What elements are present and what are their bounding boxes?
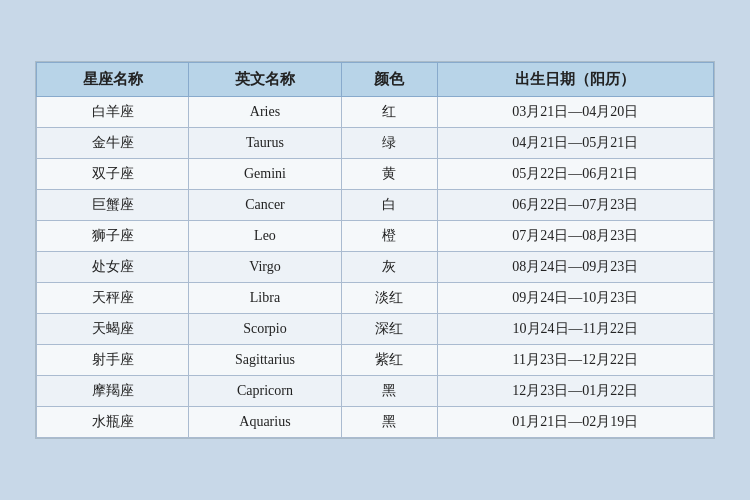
table-cell: 黑 — [341, 376, 437, 407]
table-row: 狮子座Leo橙07月24日—08月23日 — [37, 221, 714, 252]
table-row: 天秤座Libra淡红09月24日—10月23日 — [37, 283, 714, 314]
table-header-cell: 星座名称 — [37, 63, 189, 97]
table-cell: 白羊座 — [37, 97, 189, 128]
table-cell: 白 — [341, 190, 437, 221]
table-row: 白羊座Aries红03月21日—04月20日 — [37, 97, 714, 128]
table-cell: 黑 — [341, 407, 437, 438]
table-cell: 橙 — [341, 221, 437, 252]
table-cell: Scorpio — [189, 314, 341, 345]
table-header-cell: 出生日期（阳历） — [437, 63, 713, 97]
table-row: 双子座Gemini黄05月22日—06月21日 — [37, 159, 714, 190]
table-header-row: 星座名称英文名称颜色出生日期（阳历） — [37, 63, 714, 97]
table-row: 水瓶座Aquarius黑01月21日—02月19日 — [37, 407, 714, 438]
table-row: 巨蟹座Cancer白06月22日—07月23日 — [37, 190, 714, 221]
zodiac-table: 星座名称英文名称颜色出生日期（阳历） 白羊座Aries红03月21日—04月20… — [36, 62, 714, 438]
table-cell: 10月24日—11月22日 — [437, 314, 713, 345]
table-cell: 01月21日—02月19日 — [437, 407, 713, 438]
table-row: 处女座Virgo灰08月24日—09月23日 — [37, 252, 714, 283]
table-cell: 巨蟹座 — [37, 190, 189, 221]
table-cell: 05月22日—06月21日 — [437, 159, 713, 190]
table-cell: 天秤座 — [37, 283, 189, 314]
table-cell: Sagittarius — [189, 345, 341, 376]
table-cell: 天蝎座 — [37, 314, 189, 345]
table-cell: 射手座 — [37, 345, 189, 376]
table-header-cell: 颜色 — [341, 63, 437, 97]
zodiac-table-container: 星座名称英文名称颜色出生日期（阳历） 白羊座Aries红03月21日—04月20… — [35, 61, 715, 439]
table-row: 金牛座Taurus绿04月21日—05月21日 — [37, 128, 714, 159]
table-cell: 绿 — [341, 128, 437, 159]
table-cell: Cancer — [189, 190, 341, 221]
table-cell: 11月23日—12月22日 — [437, 345, 713, 376]
table-cell: Taurus — [189, 128, 341, 159]
table-cell: Gemini — [189, 159, 341, 190]
table-cell: Virgo — [189, 252, 341, 283]
table-cell: 09月24日—10月23日 — [437, 283, 713, 314]
table-cell: 深红 — [341, 314, 437, 345]
table-cell: 灰 — [341, 252, 437, 283]
table-row: 天蝎座Scorpio深红10月24日—11月22日 — [37, 314, 714, 345]
table-cell: 08月24日—09月23日 — [437, 252, 713, 283]
table-cell: 06月22日—07月23日 — [437, 190, 713, 221]
table-cell: 金牛座 — [37, 128, 189, 159]
table-row: 摩羯座Capricorn黑12月23日—01月22日 — [37, 376, 714, 407]
table-cell: 淡红 — [341, 283, 437, 314]
table-row: 射手座Sagittarius紫红11月23日—12月22日 — [37, 345, 714, 376]
table-cell: Aries — [189, 97, 341, 128]
table-cell: 03月21日—04月20日 — [437, 97, 713, 128]
table-cell: 处女座 — [37, 252, 189, 283]
table-body: 白羊座Aries红03月21日—04月20日金牛座Taurus绿04月21日—0… — [37, 97, 714, 438]
table-cell: 黄 — [341, 159, 437, 190]
table-cell: 07月24日—08月23日 — [437, 221, 713, 252]
table-cell: 双子座 — [37, 159, 189, 190]
table-header-cell: 英文名称 — [189, 63, 341, 97]
table-cell: Libra — [189, 283, 341, 314]
table-cell: Leo — [189, 221, 341, 252]
table-cell: Capricorn — [189, 376, 341, 407]
table-cell: 狮子座 — [37, 221, 189, 252]
table-cell: 水瓶座 — [37, 407, 189, 438]
table-cell: 红 — [341, 97, 437, 128]
table-cell: Aquarius — [189, 407, 341, 438]
table-cell: 12月23日—01月22日 — [437, 376, 713, 407]
table-cell: 摩羯座 — [37, 376, 189, 407]
table-cell: 紫红 — [341, 345, 437, 376]
table-cell: 04月21日—05月21日 — [437, 128, 713, 159]
